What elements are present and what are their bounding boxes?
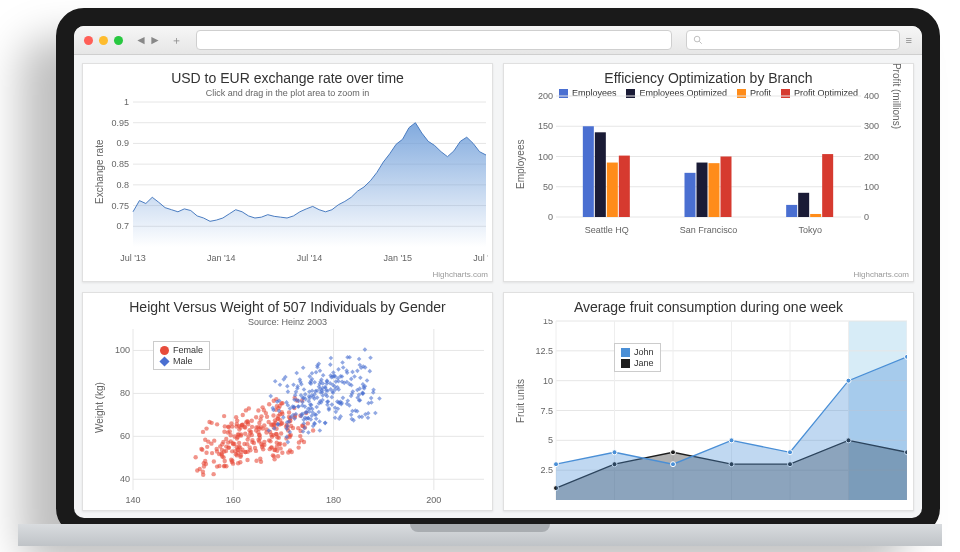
svg-point-197 [280, 401, 284, 405]
svg-point-163 [204, 451, 208, 455]
svg-point-246 [258, 457, 262, 461]
svg-text:0.85: 0.85 [111, 159, 129, 169]
chart-title: USD to EUR exchange rate over time [83, 70, 492, 86]
y-axis-title: Fruit units [515, 379, 526, 423]
svg-point-315 [256, 408, 260, 412]
svg-point-249 [276, 454, 280, 458]
svg-point-291 [230, 458, 234, 462]
svg-text:0.95: 0.95 [111, 118, 129, 128]
svg-text:0.9: 0.9 [116, 138, 129, 148]
svg-text:100: 100 [538, 152, 553, 162]
svg-point-230 [250, 419, 254, 423]
svg-point-265 [306, 421, 310, 425]
browser-window: ◄ ► ＋ ≡ USD to EUR exchange rate over ti… [74, 26, 922, 518]
svg-point-302 [239, 453, 243, 457]
svg-rect-39 [607, 163, 618, 217]
svg-point-89 [296, 445, 300, 449]
svg-rect-44 [709, 163, 720, 217]
svg-point-168 [278, 442, 282, 446]
svg-text:San Francisco: San Francisco [680, 225, 738, 235]
svg-text:10: 10 [543, 376, 553, 386]
svg-point-306 [203, 459, 207, 463]
chart-branch-efficiency[interactable]: Efficiency Optimization by Branch Employ… [503, 63, 914, 282]
chart-legend: JohnJane [614, 343, 661, 372]
svg-text:100: 100 [115, 345, 130, 355]
svg-rect-49 [810, 214, 821, 217]
svg-rect-50 [822, 154, 833, 217]
svg-point-222 [277, 436, 281, 440]
plot-area[interactable]: 2.557.51012.515 [534, 319, 907, 504]
chart-fruit-consumption[interactable]: Average fruit consumption during one wee… [503, 292, 914, 511]
new-tab-button[interactable]: ＋ [171, 33, 182, 48]
svg-point-272 [245, 450, 249, 454]
svg-point-309 [243, 432, 247, 436]
svg-text:12.5: 12.5 [535, 346, 553, 356]
svg-point-358 [788, 450, 793, 455]
svg-point-235 [265, 415, 269, 419]
address-bar[interactable] [196, 30, 672, 50]
svg-point-317 [262, 423, 266, 427]
svg-point-208 [212, 438, 216, 442]
svg-text:50: 50 [543, 182, 553, 192]
svg-point-194 [215, 422, 219, 426]
chart-title: Height Versus Weight of 507 Individuals … [83, 299, 492, 315]
menu-icon[interactable]: ≡ [906, 34, 912, 46]
forward-button[interactable]: ► [149, 33, 161, 47]
svg-rect-37 [583, 126, 594, 217]
svg-text:200: 200 [426, 495, 441, 504]
svg-point-281 [201, 470, 205, 474]
svg-point-273 [217, 464, 221, 468]
close-icon[interactable] [84, 36, 93, 45]
chart-height-weight[interactable]: Height Versus Weight of 507 Individuals … [82, 292, 493, 511]
back-button[interactable]: ◄ [135, 33, 147, 47]
svg-point-154 [267, 402, 271, 406]
plot-area[interactable]: 0501001502000100200300400Seattle HQSan F… [536, 92, 881, 235]
svg-text:7.5: 7.5 [540, 406, 553, 416]
chart-legend: FemaleMale [153, 341, 210, 370]
svg-point-289 [210, 451, 214, 455]
svg-text:1: 1 [124, 98, 129, 107]
svg-point-244 [282, 442, 286, 446]
svg-point-87 [280, 451, 284, 455]
svg-point-276 [235, 418, 239, 422]
svg-rect-38 [595, 132, 606, 217]
svg-point-224 [226, 440, 230, 444]
svg-text:Tokyo: Tokyo [798, 225, 822, 235]
y-axis-title: Weight (kg) [94, 382, 105, 433]
svg-text:0: 0 [864, 212, 869, 222]
svg-point-247 [244, 408, 248, 412]
plot-area[interactable]: 0.70.750.80.850.90.951Jul '13Jan '14Jul … [111, 98, 488, 263]
svg-point-127 [254, 459, 258, 463]
svg-point-211 [200, 448, 204, 452]
search-icon [693, 35, 703, 45]
search-input[interactable] [686, 30, 900, 50]
svg-point-319 [291, 426, 295, 430]
svg-point-204 [237, 441, 241, 445]
svg-text:160: 160 [226, 495, 241, 504]
svg-point-248 [267, 438, 271, 442]
svg-point-269 [256, 425, 260, 429]
chart-subtitle: Click and drag in the plot area to zoom … [83, 88, 492, 98]
svg-point-205 [228, 433, 232, 437]
chart-title: Average fruit consumption during one wee… [504, 299, 913, 315]
svg-point-277 [262, 440, 266, 444]
minimize-icon[interactable] [99, 36, 108, 45]
svg-point-360 [905, 354, 908, 359]
svg-rect-43 [697, 163, 708, 217]
svg-text:2.5: 2.5 [540, 465, 553, 475]
browser-titlebar: ◄ ► ＋ ≡ [74, 26, 922, 55]
chart-exchange-rate[interactable]: USD to EUR exchange rate over time Click… [82, 63, 493, 282]
svg-point-200 [243, 425, 247, 429]
svg-text:40: 40 [120, 474, 130, 484]
svg-point-0 [694, 36, 700, 42]
svg-point-68 [254, 415, 258, 419]
svg-point-318 [270, 445, 274, 449]
y-axis-title: Employees [515, 140, 526, 189]
svg-point-198 [286, 450, 290, 454]
svg-point-308 [227, 445, 231, 449]
svg-text:0: 0 [548, 212, 553, 222]
y2-axis-title: Profit (millions) [891, 63, 902, 129]
svg-text:Jul '14: Jul '14 [297, 253, 323, 263]
svg-point-274 [256, 438, 260, 442]
maximize-icon[interactable] [114, 36, 123, 45]
